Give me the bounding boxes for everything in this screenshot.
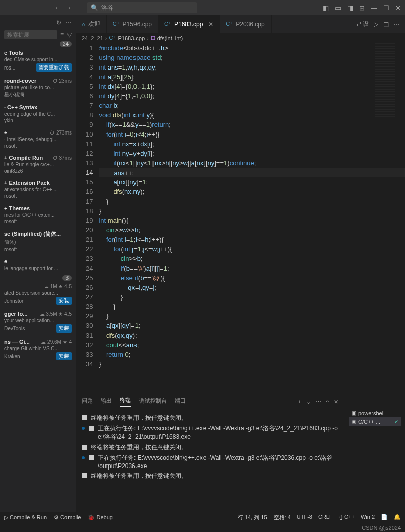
watermark: CSDN @js2024 (362, 525, 401, 531)
editor-tab[interactable]: C⁺P2036.cpp (220, 15, 271, 33)
extension-item[interactable]: + Compile Run⏱ 37ms ile & Run single c/c… (0, 152, 76, 177)
maximize-panel-icon[interactable]: ^ (326, 398, 329, 405)
refresh-icon[interactable]: ↻ (56, 19, 61, 26)
statusbar-item[interactable]: 📄 (381, 514, 388, 521)
statusbar-item[interactable]: 🐞 Debug (88, 514, 112, 521)
terminal-body[interactable]: 终端将被任务重用，按任意键关闭。正在执行任务: E:\vvvvscode\bin… (76, 410, 345, 514)
forward-arrow-icon[interactable]: → (64, 4, 72, 12)
more-icon[interactable]: ⋯ (65, 19, 72, 26)
editor-tab[interactable]: C⁺P1596.cpp (107, 15, 158, 33)
title-bar: ← → 🔍 洛谷 ◧ ▭ ◨ ⊞ — ☐ ✕ (0, 0, 405, 15)
statusbar-item[interactable]: CRLF (318, 514, 333, 521)
extension-item[interactable]: gger fo...☁ 3.5M ★ 4.5 your web applicat… (0, 308, 76, 336)
method-icon: ⊡ (151, 35, 155, 41)
ext-count-badge: 24 (60, 41, 72, 47)
breadcrumb-symbol: dfs(int, int) (157, 35, 183, 41)
minimize-icon[interactable]: — (371, 4, 377, 12)
terminal-sessions: ▣powershell▣C/C++ ...✓ (345, 393, 405, 514)
breadcrumb[interactable]: 24_2_21 › C⁺ P1683.cpp › ⊡ dfs(int, int) (76, 33, 405, 43)
titlebar-right: ◧ ▭ ◨ ⊞ — ☐ ✕ (323, 4, 401, 12)
badge: 3 (62, 275, 72, 281)
terminal-left: 问题输出终端调试控制台端口 + ⌄ ⋯ ^ ✕ 终端将被任务重用，按任意键关闭。… (76, 393, 345, 514)
file-icon: C⁺ (164, 21, 171, 27)
terminal-tabs: 问题输出终端调试控制台端口 + ⌄ ⋯ ^ ✕ (76, 393, 345, 410)
terminal-actions: + ⌄ ⋯ ^ ✕ (298, 398, 339, 405)
extension-item[interactable]: se (Simplified) (简体... 简体) rosoft (0, 227, 76, 255)
split-icon[interactable]: ◫ (383, 21, 389, 28)
new-terminal-icon[interactable]: + (298, 398, 301, 405)
more-icon[interactable]: ⋯ (316, 398, 321, 405)
extension-item[interactable]: ☁ 1M ★ 4.5 ated Subversion sourc... John… (0, 281, 76, 308)
file-icon: C⁺ (226, 21, 233, 27)
terminal-panel: 问题输出终端调试控制台端口 + ⌄ ⋯ ^ ✕ 终端将被任务重用，按任意键关闭。… (76, 393, 405, 514)
chevron-right-icon: › (105, 35, 107, 41)
panel-icon[interactable]: ▭ (335, 4, 341, 12)
editor-tab[interactable]: C⁺P1683.cpp✕ (158, 15, 220, 33)
statusbar-item[interactable]: 行 14, 列 15 (238, 514, 267, 521)
chevron-right-icon: › (147, 35, 149, 41)
close-panel-icon[interactable]: ✕ (334, 398, 339, 405)
close-icon[interactable]: ✕ (395, 4, 401, 12)
extension-item[interactable]: + Extension Pack ar extensions for C++ .… (0, 177, 76, 202)
nav-arrows: ← → (54, 4, 72, 12)
cpp-icon: C⁺ (109, 35, 116, 41)
terminal-tab[interactable]: 输出 (101, 397, 112, 407)
extension-item[interactable]: e le langage support for ... (0, 255, 76, 275)
filter-icon[interactable]: ≡ (60, 31, 64, 38)
extensions-sidebar: ↻ ⋯ ≡ ▽ 24 e Tools ded CMake support in … (0, 15, 76, 514)
tab-actions: ⇄ 设 ▷ ◫ ⋯ (356, 15, 405, 33)
extension-item[interactable]: · C++ Syntax eeding edge of the C... yki… (0, 101, 76, 126)
terminal-session[interactable]: ▣powershell (349, 409, 401, 417)
search-text: 洛谷 (101, 4, 113, 12)
main-area: ↻ ⋯ ≡ ▽ 24 e Tools ded CMake support in … (0, 15, 405, 514)
terminal-tab[interactable]: 调试控制台 (139, 397, 167, 407)
run-icon[interactable]: ▷ (374, 21, 378, 28)
statusbar-item[interactable]: UTF-8 (297, 514, 312, 521)
extension-item[interactable]: e Tools ded CMake support in ... ros...需… (0, 47, 76, 75)
statusbar-left: ▷ Compile & Run⚙ Compile🐞 Debug (4, 514, 113, 521)
editor-tab[interactable]: ⌂欢迎 (76, 15, 107, 33)
statusbar-item[interactable]: {} C++ (339, 514, 355, 521)
extension-item[interactable]: + Themes mes for C/C++ exten... rosoft (0, 202, 76, 227)
breadcrumb-folder: 24_2_21 (82, 35, 103, 41)
extensions-search-input[interactable] (4, 30, 57, 39)
close-tab-icon[interactable]: ✕ (208, 21, 213, 28)
terminal-tab[interactable]: 端口 (175, 397, 186, 407)
code-editor[interactable]: 1234567891011121314151617181920212223242… (76, 43, 405, 393)
statusbar-item[interactable]: 空格: 4 (274, 514, 291, 521)
file-icon: C⁺ (113, 21, 120, 27)
extensions-search-row: ≡ ▽ (0, 28, 76, 41)
editor-area: ⌂欢迎C⁺P1596.cppC⁺P1683.cpp✕C⁺P2036.cpp ⇄ … (76, 15, 405, 514)
statusbar-item[interactable]: ▷ Compile & Run (4, 514, 47, 521)
terminal-tab[interactable]: 问题 (82, 397, 93, 407)
minimap[interactable] (375, 43, 405, 119)
chevron-down-icon[interactable]: ⌄ (306, 398, 311, 405)
statusbar-item[interactable]: Win 2 (361, 514, 375, 521)
sidebar-header: ↻ ⋯ (0, 17, 76, 28)
statusbar-item[interactable]: ⚙ Compile (54, 514, 81, 521)
layout-icon[interactable]: ◧ (323, 4, 329, 12)
back-arrow-icon[interactable]: ← (54, 4, 61, 12)
extensions-list: e Tools ded CMake support in ... ros...需… (0, 47, 76, 363)
extension-item[interactable]: round-cover⏱ 23ms picture you like to co… (0, 75, 76, 101)
sidebar-icon[interactable]: ◨ (347, 4, 353, 12)
terminal-session[interactable]: ▣C/C++ ...✓ (349, 417, 401, 426)
maximize-icon[interactable]: ☐ (383, 4, 389, 12)
code-content[interactable]: #include<bits/stdc++.h>using namespace s… (99, 43, 405, 393)
statusbar-right: 行 14, 列 15空格: 4UTF-8CRLF{} C++Win 2📄🔔 (238, 514, 401, 521)
customize-icon[interactable]: ⊞ (359, 4, 365, 12)
command-center-search[interactable]: 🔍 洛谷 (87, 2, 197, 13)
extension-item[interactable]: ns — Gi...☁ 29.6M ★ 4 charge Git within … (0, 336, 76, 363)
more-icon[interactable]: ⋯ (394, 21, 400, 28)
status-bar: ▷ Compile & Run⚙ Compile🐞 Debug 行 14, 列 … (0, 512, 405, 523)
terminal-tab[interactable]: 终端 (120, 396, 131, 407)
editor-tabs: ⌂欢迎C⁺P1596.cppC⁺P1683.cpp✕C⁺P2036.cpp ⇄ … (76, 15, 405, 33)
line-gutter: 1234567891011121314151617181920212223242… (76, 43, 99, 393)
file-icon: ⌂ (82, 21, 85, 27)
editor-actions-text[interactable]: ⇄ 设 (356, 20, 369, 28)
filter-funnel-icon[interactable]: ▽ (67, 31, 72, 38)
breadcrumb-file: P1683.cpp (118, 35, 145, 41)
statusbar-item[interactable]: 🔔 (394, 514, 401, 521)
search-icon: 🔍 (91, 4, 98, 11)
extension-item[interactable]: +⏱ 273ms · IntelliSense, debuggi... roso… (0, 126, 76, 152)
